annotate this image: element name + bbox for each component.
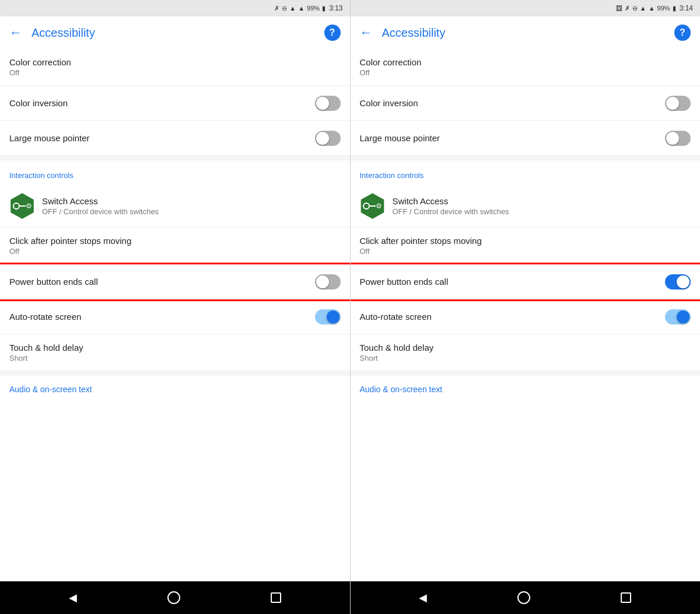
- bluetooth-icon-right: ✗: [625, 5, 630, 12]
- click-after-pointer-left[interactable]: Click after pointer stops moving Off: [0, 228, 350, 264]
- toggle-thumb: [677, 311, 690, 323]
- nav-recents-right[interactable]: [621, 592, 631, 603]
- audio-section-left[interactable]: Audio & on-screen text: [0, 376, 350, 403]
- nav-back-right[interactable]: ◀: [419, 591, 427, 604]
- nav-square-right: [621, 592, 631, 603]
- power-button-left[interactable]: Power button ends call: [0, 264, 350, 299]
- switch-access-subtitle-left: OFF / Control device with switches: [42, 207, 159, 216]
- touch-hold-right[interactable]: Touch & hold delay Short: [351, 334, 701, 371]
- status-icons-left: ✗ ⊖ ▲ ▲ 99% ▮: [274, 5, 326, 12]
- touch-hold-title-right: Touch & hold delay: [360, 343, 434, 353]
- nav-recents-left[interactable]: [271, 592, 281, 603]
- audio-section-right[interactable]: Audio & on-screen text: [351, 376, 701, 403]
- power-button-title-right: Power button ends call: [360, 277, 449, 287]
- back-button-right[interactable]: ←: [360, 26, 373, 39]
- switch-access-right[interactable]: ⚙ Switch Access OFF / Control device wit…: [351, 185, 701, 228]
- color-inversion-toggle-left[interactable]: [315, 96, 341, 111]
- power-button-title-left: Power button ends call: [9, 277, 98, 287]
- minus-circle-icon: ⊖: [282, 5, 287, 12]
- time-right: 3:14: [680, 4, 693, 12]
- screen-left: ✗ ⊖ ▲ ▲ 99% ▮ 3:13 ← Accessibility ? Col…: [0, 0, 351, 614]
- power-button-right[interactable]: Power button ends call: [351, 264, 701, 299]
- switch-access-subtitle-right: OFF / Control device with switches: [393, 207, 509, 216]
- battery-icon: ▮: [322, 5, 326, 12]
- nav-home-left[interactable]: [167, 591, 180, 604]
- screen-right: 🖼 ✗ ⊖ ▲ ▲ 99% ▮ 3:14 ← Accessibility ? C…: [351, 0, 701, 614]
- auto-rotate-left[interactable]: Auto-rotate screen: [0, 299, 350, 334]
- large-mouse-left[interactable]: Large mouse pointer: [0, 121, 350, 156]
- nav-home-circle-right: [517, 591, 530, 604]
- interaction-section-header-left: Interaction controls: [0, 161, 350, 185]
- color-correction-subtitle-right: Off: [360, 68, 422, 77]
- switch-access-icon-right: ⚙: [360, 193, 386, 219]
- large-mouse-toggle-left[interactable]: [315, 131, 341, 146]
- toggle-thumb: [666, 132, 679, 145]
- settings-list-left: Color correction Off Color inversion Lar…: [0, 49, 350, 581]
- signal-icon-right: ▲: [649, 5, 655, 12]
- nav-bar-left: ◀: [0, 581, 350, 614]
- battery-pct-left: 99%: [307, 5, 320, 12]
- settings-list-right: Color correction Off Color inversion Lar…: [351, 49, 701, 581]
- color-inversion-right[interactable]: Color inversion: [351, 86, 701, 121]
- color-correction-right[interactable]: Color correction Off: [351, 49, 701, 86]
- color-inversion-left[interactable]: Color inversion: [0, 86, 350, 121]
- click-pointer-subtitle-right: Off: [360, 247, 482, 256]
- color-correction-title-left: Color correction: [9, 57, 71, 67]
- click-pointer-title-right: Click after pointer stops moving: [360, 236, 482, 246]
- large-mouse-title-right: Large mouse pointer: [360, 133, 440, 143]
- color-correction-subtitle-left: Off: [9, 68, 71, 77]
- toggle-thumb: [316, 97, 329, 110]
- auto-rotate-title-right: Auto-rotate screen: [360, 312, 432, 322]
- touch-hold-subtitle-left: Short: [9, 354, 83, 362]
- large-mouse-right[interactable]: Large mouse pointer: [351, 121, 701, 156]
- toggle-thumb: [327, 311, 340, 323]
- switch-access-title-left: Switch Access: [42, 196, 159, 206]
- top-bar-left: ← Accessibility ?: [0, 16, 350, 49]
- wifi-icon-right: ▲: [640, 5, 646, 12]
- divider2-left: [0, 371, 350, 376]
- auto-rotate-right[interactable]: Auto-rotate screen: [351, 299, 701, 334]
- wifi-icon: ▲: [289, 5, 296, 12]
- large-mouse-toggle-right[interactable]: [665, 131, 691, 146]
- auto-rotate-toggle-right[interactable]: [665, 309, 691, 325]
- auto-rotate-title-left: Auto-rotate screen: [9, 312, 81, 322]
- color-inversion-toggle-right[interactable]: [665, 96, 691, 111]
- audio-section-label-right: Audio & on-screen text: [360, 385, 443, 394]
- help-button-left[interactable]: ?: [324, 25, 341, 41]
- nav-home-right[interactable]: [517, 591, 530, 604]
- screens-wrapper: ✗ ⊖ ▲ ▲ 99% ▮ 3:13 ← Accessibility ? Col…: [0, 0, 700, 614]
- power-button-toggle-right[interactable]: [665, 274, 691, 289]
- battery-icon-right: ▮: [673, 5, 676, 12]
- touch-hold-subtitle-right: Short: [360, 354, 434, 362]
- time-left: 3:13: [329, 4, 342, 12]
- color-correction-title-right: Color correction: [360, 57, 422, 67]
- interaction-section-header-right: Interaction controls: [351, 161, 701, 185]
- color-inversion-title-left: Color inversion: [9, 98, 68, 108]
- switch-access-title-right: Switch Access: [393, 196, 509, 206]
- divider-left: [0, 156, 350, 161]
- nav-home-circle-left: [167, 591, 180, 604]
- divider-right: [351, 156, 701, 161]
- switch-access-icon-left: ⚙: [9, 193, 35, 219]
- click-after-pointer-right[interactable]: Click after pointer stops moving Off: [351, 228, 701, 264]
- switch-access-left[interactable]: ⚙ Switch Access OFF / Control device wit…: [0, 185, 350, 228]
- help-button-right[interactable]: ?: [674, 25, 691, 41]
- audio-section-label-left: Audio & on-screen text: [9, 385, 92, 394]
- nav-back-left[interactable]: ◀: [69, 591, 77, 604]
- top-bar-right: ← Accessibility ?: [351, 16, 701, 49]
- status-icons-right: 🖼 ✗ ⊖ ▲ ▲ 99% ▮: [616, 5, 676, 12]
- back-button-left[interactable]: ←: [9, 26, 22, 39]
- bluetooth-icon: ✗: [274, 5, 279, 12]
- minus-circle-icon-right: ⊖: [632, 5, 638, 12]
- status-bar-left: ✗ ⊖ ▲ ▲ 99% ▮ 3:13: [0, 0, 350, 16]
- nav-square-left: [271, 592, 281, 603]
- color-correction-left[interactable]: Color correction Off: [0, 49, 350, 86]
- power-button-toggle-left[interactable]: [315, 274, 341, 289]
- signal-icon: ▲: [298, 5, 304, 12]
- interaction-section-label-left: Interaction controls: [9, 171, 74, 180]
- interaction-section-label-right: Interaction controls: [360, 171, 424, 180]
- battery-pct-right: 99%: [657, 5, 670, 12]
- auto-rotate-toggle-left[interactable]: [315, 309, 341, 325]
- touch-hold-left[interactable]: Touch & hold delay Short: [0, 334, 350, 371]
- toggle-thumb: [677, 275, 690, 288]
